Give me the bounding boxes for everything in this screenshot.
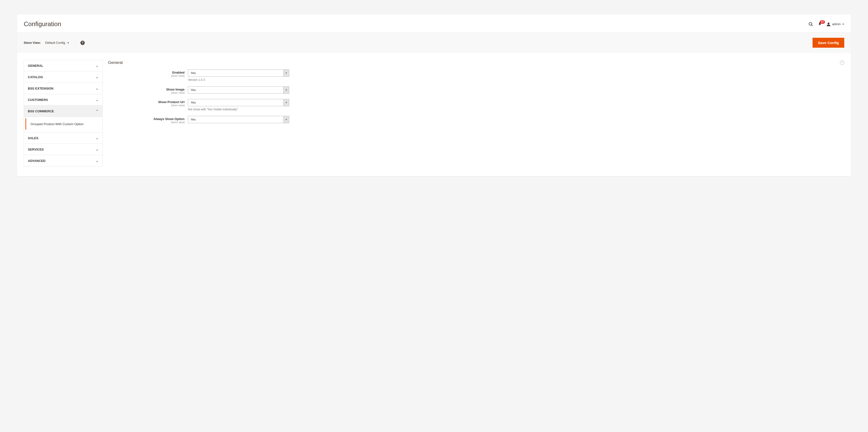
sidebar-label: ADVANCED: [28, 159, 45, 163]
select-enabled[interactable]: Yes ▼: [188, 69, 289, 77]
select-show-product-url[interactable]: Yes ▼: [188, 99, 289, 106]
chevron-down-icon: ⌄: [96, 147, 99, 151]
select-value: Yes: [188, 116, 289, 123]
search-icon[interactable]: [808, 22, 813, 27]
field-scope: [store view]: [108, 104, 185, 107]
page-title: Configuration: [24, 20, 61, 28]
caret-down-icon: ▼: [67, 42, 69, 44]
caret-down-icon: ▼: [842, 23, 844, 25]
field-label: Enabled: [172, 71, 185, 74]
field-row-show-product-url: Show Product Url [store view] Yes ▼ Not …: [108, 99, 844, 111]
sidebar-label: BSS COMMERCE: [28, 109, 54, 113]
page-card: Configuration 14: [17, 14, 851, 176]
sidebar-label: SALES: [28, 136, 38, 140]
sidebar-section-customers[interactable]: CUSTOMERS ⌄: [24, 94, 102, 105]
field-scope: [store view]: [108, 74, 185, 77]
sidebar-section-services[interactable]: SERVICES ⌄: [24, 144, 102, 155]
field-scope: [store view]: [108, 121, 185, 124]
chevron-down-icon: ⌄: [96, 98, 99, 102]
field-label-col: Show Image [store view]: [108, 87, 188, 94]
svg-point-0: [809, 22, 812, 25]
store-view-dropdown[interactable]: Default Config ▼: [45, 41, 69, 44]
sidebar-section-catalog[interactable]: CATALOG ⌄: [24, 71, 102, 83]
select-value: Yes: [188, 87, 289, 94]
collapse-toggle[interactable]: ⌃: [840, 61, 844, 65]
field-scope: [store view]: [108, 91, 185, 94]
header-actions: 14 admin ▼: [808, 22, 844, 27]
sidebar-label: GENERAL: [28, 64, 43, 68]
field-input-col: Yes ▼ Not show with "Not Visible Individ…: [188, 99, 290, 111]
field-row-always-show-option: Always Show Option [store view] Yes ▼: [108, 116, 844, 124]
field-label: Show Product Url: [158, 100, 185, 104]
field-row-show-image: Show Image [store view] Yes ▼: [108, 87, 844, 94]
store-view-label: Store View:: [24, 41, 41, 44]
section-title: General: [108, 60, 123, 65]
field-input-col: Yes ▼ Version 1.0.3: [188, 69, 290, 81]
select-value: Yes: [188, 99, 289, 106]
notifications-button[interactable]: 14: [817, 22, 822, 26]
content-area: GENERAL ⌄ CATALOG ⌄ BSS EXTENSION ⌄ CUST…: [17, 53, 851, 176]
field-note: Version 1.0.3: [188, 78, 290, 81]
sidebar-subsection: Grouped Product With Custom Option: [24, 118, 102, 132]
sidebar-section-sales[interactable]: SALES ⌄: [24, 132, 102, 144]
sidebar-section-advanced[interactable]: ADVANCED ⌄: [24, 155, 102, 166]
chevron-down-icon: ⌄: [96, 159, 99, 163]
field-note: Not show with "Not Visible Individually": [188, 108, 290, 111]
store-view-switcher: Store View: Default Config ▼ ?: [24, 41, 85, 45]
chevron-down-icon: ⌄: [96, 64, 99, 68]
field-input-col: Yes ▼: [188, 116, 290, 123]
help-icon[interactable]: ?: [81, 41, 85, 45]
field-input-col: Yes ▼: [188, 87, 290, 94]
svg-point-2: [828, 23, 830, 25]
page-header: Configuration 14: [17, 14, 851, 32]
config-sidebar: GENERAL ⌄ CATALOG ⌄ BSS EXTENSION ⌄ CUST…: [24, 60, 103, 167]
svg-line-1: [811, 25, 812, 26]
select-always-show-option[interactable]: Yes ▼: [188, 116, 289, 123]
field-label-col: Always Show Option [store view]: [108, 116, 188, 124]
sidebar-label: SERVICES: [28, 147, 44, 151]
store-view-value-text: Default Config: [45, 41, 65, 44]
sidebar-section-bss-commerce[interactable]: BSS COMMERCE ⌃: [24, 105, 102, 117]
toolbar: Store View: Default Config ▼ ? Save Conf…: [17, 32, 851, 53]
user-menu[interactable]: admin ▼: [826, 22, 844, 26]
sidebar-label: CUSTOMERS: [28, 98, 48, 102]
sidebar-item-grouped-product[interactable]: Grouped Product With Custom Option: [25, 118, 101, 130]
notification-badge: 14: [820, 20, 825, 24]
sidebar-section-general[interactable]: GENERAL ⌄: [24, 60, 102, 71]
chevron-down-icon: ⌄: [96, 136, 99, 140]
chevron-down-icon: ⌄: [96, 75, 99, 79]
username: admin: [832, 22, 841, 26]
field-label: Always Show Option: [153, 117, 185, 121]
sidebar-label: CATALOG: [28, 75, 43, 79]
field-label-col: Show Product Url [store view]: [108, 99, 188, 107]
select-value: Yes: [188, 69, 289, 77]
user-icon: [826, 22, 831, 26]
save-config-button[interactable]: Save Config: [812, 38, 844, 48]
field-label: Show Image: [166, 88, 185, 91]
field-label-col: Enabled [store view]: [108, 69, 188, 77]
chevron-down-icon: ⌄: [96, 87, 99, 90]
config-form: General ⌃ Enabled [store view] Yes ▼ Ver…: [108, 60, 844, 129]
sidebar-section-bss-extension[interactable]: BSS EXTENSION ⌄: [24, 83, 102, 94]
select-show-image[interactable]: Yes ▼: [188, 87, 289, 94]
chevron-up-icon: ⌃: [96, 109, 99, 113]
sidebar-label: BSS EXTENSION: [28, 87, 53, 90]
section-header: General ⌃: [108, 60, 844, 69]
field-row-enabled: Enabled [store view] Yes ▼ Version 1.0.3: [108, 69, 844, 81]
